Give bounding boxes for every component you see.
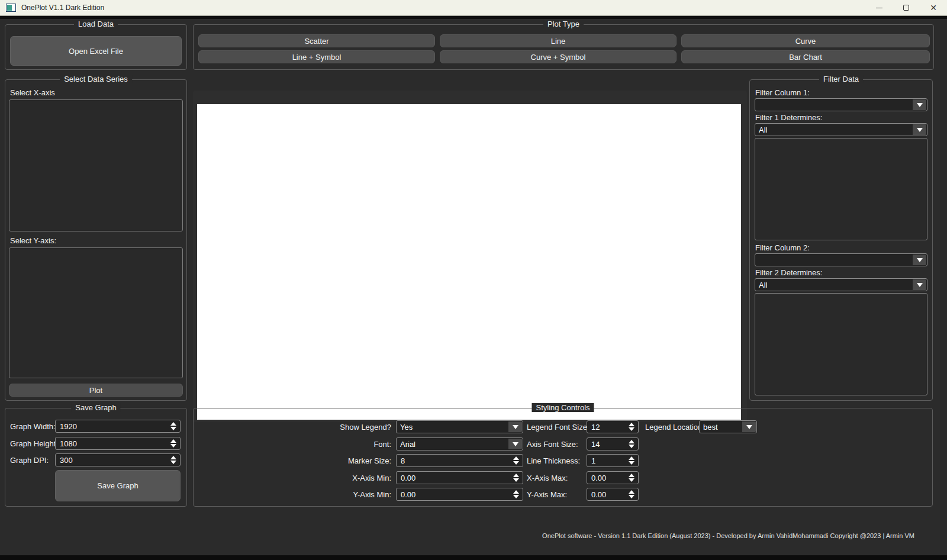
maximize-icon xyxy=(903,5,909,11)
plot-type-curve-button[interactable]: Curve xyxy=(681,34,930,47)
line-thickness-value: 1 xyxy=(591,456,595,465)
bottom-edge xyxy=(0,555,947,560)
marker-size-value: 8 xyxy=(401,456,405,465)
save-graph-button[interactable]: Save Graph xyxy=(55,470,181,501)
show-legend-value: Yes xyxy=(400,423,413,432)
plot-button[interactable]: Plot xyxy=(9,384,183,397)
chevron-down-icon[interactable] xyxy=(913,124,926,135)
marker-size-label: Marker Size: xyxy=(306,456,391,465)
spinner-arrows-icon[interactable] xyxy=(627,421,636,433)
filter-column-1-label: Filter Column 1: xyxy=(755,88,810,97)
load-data-group: Load Data Open Excel File xyxy=(5,24,187,70)
filter-column-2-label: Filter Column 2: xyxy=(755,243,810,252)
minimize-icon xyxy=(876,8,882,8)
y-axis-max-spinbox[interactable]: 0.00 xyxy=(587,488,639,501)
graph-width-value: 1920 xyxy=(60,422,77,431)
filter-2-determines-value: All xyxy=(759,281,767,289)
spinner-arrows-icon[interactable] xyxy=(169,454,178,466)
axis-font-size-label: Axis Font Size: xyxy=(527,440,578,449)
legend-font-size-spinbox[interactable]: 12 xyxy=(587,420,639,433)
x-axis-min-label: X-Axis Min: xyxy=(306,474,391,482)
plot-type-scatter-button[interactable]: Scatter xyxy=(198,34,435,47)
y-axis-listbox[interactable] xyxy=(9,247,183,378)
x-axis-max-label: X-Axis Max: xyxy=(527,474,568,482)
spinner-arrows-icon[interactable] xyxy=(627,455,636,466)
plot-canvas xyxy=(197,104,741,420)
open-excel-file-button[interactable]: Open Excel File xyxy=(10,36,182,66)
y-axis-max-value: 0.00 xyxy=(591,490,606,499)
status-bar-text: OnePlot software - Version 1.1 Dark Edit… xyxy=(542,532,914,539)
filter-2-determines-combobox[interactable]: All xyxy=(755,278,927,291)
axis-font-size-value: 14 xyxy=(591,440,600,449)
select-y-axis-label: Select Y-axis: xyxy=(10,236,56,245)
line-thickness-spinbox[interactable]: 1 xyxy=(587,454,639,467)
main-surface: Load Data Open Excel File Plot Type Scat… xyxy=(0,16,947,560)
plot-type-curve-symbol-button[interactable]: Curve + Symbol xyxy=(440,50,677,63)
legend-location-label: Legend Location: xyxy=(645,423,704,432)
graph-width-spinbox[interactable]: 1920 xyxy=(55,420,181,433)
font-value: Arial xyxy=(400,440,415,449)
x-axis-min-spinbox[interactable]: 0.00 xyxy=(396,471,523,484)
graph-height-spinbox[interactable]: 1080 xyxy=(55,437,181,450)
legend-font-size-label: Legend Font Size: xyxy=(527,423,590,432)
plot-type-bar-chart-button[interactable]: Bar Chart xyxy=(681,50,930,63)
chevron-down-icon[interactable] xyxy=(508,421,522,432)
select-data-series-title: Select Data Series xyxy=(60,75,132,83)
spinner-arrows-icon[interactable] xyxy=(512,455,520,466)
chevron-down-icon[interactable] xyxy=(742,421,756,432)
select-data-series-group: Select Data Series Select X-axis Select … xyxy=(5,79,187,401)
plot-type-line-symbol-button[interactable]: Line + Symbol xyxy=(198,50,435,63)
plot-type-title: Plot Type xyxy=(543,20,584,28)
graph-dpi-value: 300 xyxy=(60,456,73,465)
select-x-axis-label: Select X-axis xyxy=(10,88,55,97)
legend-location-value: best xyxy=(703,423,718,432)
spinner-arrows-icon[interactable] xyxy=(627,488,636,500)
maximize-button[interactable] xyxy=(893,0,920,15)
plot-frame xyxy=(193,91,747,422)
x-axis-max-spinbox[interactable]: 0.00 xyxy=(587,471,639,484)
legend-location-combobox[interactable]: best xyxy=(699,420,757,433)
minimize-button[interactable] xyxy=(865,0,893,15)
chevron-down-icon[interactable] xyxy=(913,99,926,110)
legend-font-size-value: 12 xyxy=(591,423,600,432)
filter-2-listbox[interactable] xyxy=(755,293,927,395)
filter-data-group: Filter Data Filter Column 1: Filter 1 De… xyxy=(749,79,933,401)
save-graph-title: Save Graph xyxy=(71,403,120,412)
filter-1-determines-label: Filter 1 Determines: xyxy=(755,113,822,122)
chevron-down-icon[interactable] xyxy=(508,439,522,449)
spinner-arrows-icon[interactable] xyxy=(169,420,178,432)
show-legend-combobox[interactable]: Yes xyxy=(396,420,523,433)
close-button[interactable]: ✕ xyxy=(920,0,947,15)
axis-font-size-spinbox[interactable]: 14 xyxy=(587,437,639,450)
x-axis-listbox[interactable] xyxy=(9,99,183,231)
marker-size-spinbox[interactable]: 8 xyxy=(396,454,523,467)
filter-1-determines-value: All xyxy=(759,125,767,134)
window-controls: ✕ xyxy=(865,0,947,15)
spinner-arrows-icon[interactable] xyxy=(627,472,636,484)
spinner-arrows-icon[interactable] xyxy=(627,438,636,450)
top-edge xyxy=(0,16,947,19)
filter-2-determines-label: Filter 2 Determines: xyxy=(755,268,822,277)
font-combobox[interactable]: Arial xyxy=(396,437,523,450)
y-axis-min-spinbox[interactable]: 0.00 xyxy=(396,488,523,501)
chevron-down-icon[interactable] xyxy=(913,279,926,290)
window-title: OnePlot V1.1 Dark Edition xyxy=(21,4,104,12)
spinner-arrows-icon[interactable] xyxy=(169,437,178,449)
plot-type-group: Plot Type Scatter Line Curve Line + Symb… xyxy=(193,24,934,70)
y-axis-max-label: Y-Axis Max: xyxy=(527,490,567,499)
plot-type-line-button[interactable]: Line xyxy=(440,34,677,47)
filter-1-determines-combobox[interactable]: All xyxy=(755,123,927,136)
chevron-down-icon[interactable] xyxy=(913,255,926,265)
spinner-arrows-icon[interactable] xyxy=(512,472,520,484)
filter-1-listbox[interactable] xyxy=(755,138,927,240)
show-legend-label: Show Legend? xyxy=(306,423,391,432)
y-axis-min-label: Y-Axis Min: xyxy=(306,490,391,499)
graph-dpi-spinbox[interactable]: 300 xyxy=(55,453,181,466)
spinner-arrows-icon[interactable] xyxy=(512,488,520,500)
save-graph-group: Save Graph Graph Width: 1920 Graph Heigh… xyxy=(5,408,187,507)
filter-column-1-combobox[interactable] xyxy=(755,98,927,111)
styling-controls-title: Styling Controls xyxy=(532,403,594,412)
filter-column-2-combobox[interactable] xyxy=(755,253,927,266)
graph-height-label: Graph Height: xyxy=(10,439,58,448)
graph-height-value: 1080 xyxy=(60,439,77,448)
